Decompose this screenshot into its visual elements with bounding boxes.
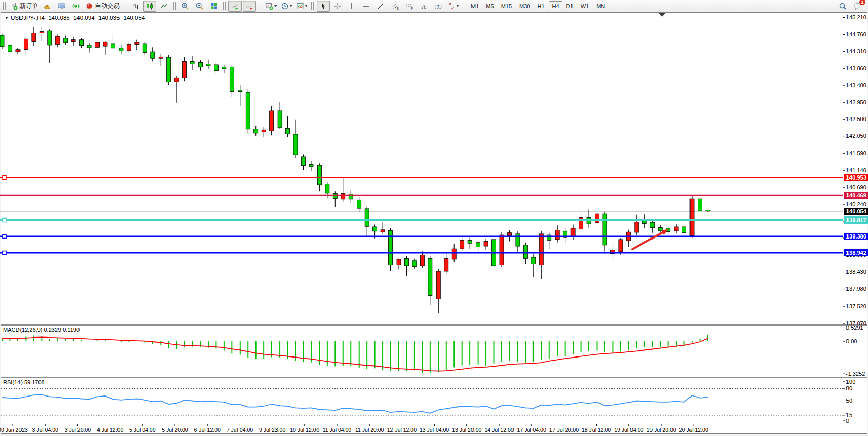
- equidistant-channel-icon: E: [391, 2, 399, 10]
- collapse-arrow-icon[interactable]: ▼: [5, 16, 9, 21]
- svg-text:E: E: [397, 6, 399, 10]
- candle: [254, 129, 258, 133]
- new-order-button[interactable]: 新订单: [8, 1, 40, 12]
- candle: [103, 42, 107, 46]
- timeframe-MN-button[interactable]: MN: [593, 1, 608, 11]
- dropdown-arrow-icon[interactable]: ▾: [305, 4, 307, 8]
- time-axis-label: 17 Jul 20:00: [549, 427, 579, 433]
- bar-chart-button[interactable]: [129, 1, 142, 12]
- candle: [40, 32, 44, 33]
- cursor-button[interactable]: [317, 1, 330, 12]
- price-tick-label: 142.050: [846, 133, 866, 140]
- crosshair-button[interactable]: [331, 1, 344, 12]
- ohlc-low: 140.035: [98, 15, 120, 21]
- rsi-tick-label: 80: [846, 385, 852, 392]
- text-label-button[interactable]: T: [431, 1, 445, 12]
- timeframe-M1-button[interactable]: M1: [468, 1, 482, 11]
- dropdown-arrow-icon[interactable]: ▾: [274, 4, 277, 8]
- zoom-out-button[interactable]: [193, 1, 206, 12]
- time-axis-label: 11 Jul 20:00: [355, 427, 384, 433]
- tile-windows-button[interactable]: [207, 1, 221, 12]
- candle: [349, 194, 353, 199]
- tile-windows-icon: [210, 2, 218, 10]
- arrows-button[interactable]: ▾: [446, 1, 460, 12]
- search-button[interactable]: [836, 1, 850, 12]
- time-axis-label: 19 Jul 20:00: [646, 427, 676, 433]
- candle: [682, 227, 686, 233]
- candle: [270, 111, 274, 131]
- price-tick-label: 143.400: [846, 82, 866, 89]
- new-chart-button[interactable]: ▾: [264, 1, 278, 12]
- notifications-button[interactable]: 1: [851, 1, 864, 12]
- macd-tick-label: 0.00: [846, 338, 857, 345]
- timeframe-W1-button[interactable]: W1: [578, 1, 593, 11]
- fibonacci-button[interactable]: F: [403, 1, 416, 12]
- candle: [571, 228, 575, 236]
- timeframe-M15-button[interactable]: M15: [498, 1, 515, 11]
- timeframe-D1-button[interactable]: D1: [563, 1, 577, 11]
- candle: [24, 39, 28, 49]
- candle: [317, 165, 321, 185]
- candle: [428, 258, 432, 295]
- time-axis-label: 7 Jul 04:00: [227, 427, 253, 433]
- auto-scroll-button[interactable]: [228, 1, 242, 12]
- chart-shift-button[interactable]: [243, 1, 256, 12]
- candle: [64, 38, 68, 43]
- candle: [87, 45, 91, 48]
- time-axis-label: 18 Jul 12:00: [582, 427, 611, 433]
- candle: [698, 199, 702, 211]
- ohlc-open: 140.085: [48, 15, 70, 21]
- equidistant-channel-button[interactable]: E: [388, 1, 402, 12]
- price-line-label-138.942: 138.942: [844, 249, 868, 256]
- time-axis-label: 14 Jul 12:00: [484, 427, 514, 433]
- vertical-line-icon: [348, 2, 356, 10]
- candle: [159, 57, 163, 58]
- price-tick-label: 144.310: [846, 48, 866, 55]
- time-axis-label: 10 Jul 12:00: [290, 427, 319, 433]
- text-label-icon: T: [434, 2, 442, 10]
- time-axis-label: 13 Jul 20:00: [452, 427, 481, 433]
- horizontal-line-button[interactable]: [360, 1, 373, 12]
- candlestick-button[interactable]: [143, 1, 156, 12]
- vertical-line-button[interactable]: [345, 1, 359, 12]
- trendline-button[interactable]: [374, 1, 387, 12]
- cursor-icon: [319, 2, 327, 10]
- candle: [16, 50, 20, 52]
- terminal-icon: [57, 2, 66, 10]
- candle: [167, 57, 171, 82]
- macd-indicator-label: MACD(12,26,9) 0.2329 0.1190: [3, 327, 80, 333]
- time-axis-label: 13 Jul 04:00: [420, 427, 449, 433]
- timeframe-H4-button[interactable]: H4: [549, 1, 562, 11]
- candle: [32, 33, 36, 42]
- candle: [531, 257, 536, 264]
- candle: [119, 48, 123, 51]
- timeframe-M30-button[interactable]: M30: [516, 1, 533, 11]
- dropdown-arrow-icon[interactable]: ▾: [290, 4, 292, 8]
- signal-button[interactable]: [69, 1, 83, 12]
- crosshair-icon: [333, 2, 342, 10]
- candle: [444, 258, 448, 271]
- dropdown-arrow-icon[interactable]: ▾: [457, 4, 459, 8]
- candle: [293, 134, 298, 155]
- candle: [484, 242, 488, 247]
- toolbar-grip: [124, 2, 126, 10]
- line-chart-button[interactable]: [157, 1, 171, 12]
- time-axis-label: 5 Jul 04:00: [129, 427, 155, 433]
- candle: [80, 40, 84, 46]
- text-button[interactable]: A: [417, 1, 430, 12]
- period-button[interactable]: ▾: [279, 1, 293, 12]
- chart-canvas[interactable]: [0, 12, 868, 436]
- market-watch-gold-button[interactable]: [41, 1, 54, 12]
- zoom-in-button[interactable]: [179, 1, 192, 12]
- templates-button[interactable]: ▾: [294, 1, 309, 12]
- bar-chart-icon: [131, 2, 140, 10]
- candle: [8, 45, 12, 52]
- timeframe-H1-button[interactable]: H1: [534, 1, 547, 11]
- time-axis-label: 11 Jul 04:00: [323, 427, 351, 433]
- price-tick-label: 142.500: [846, 116, 866, 123]
- terminal-button[interactable]: [55, 1, 68, 12]
- auto-trading-button[interactable]: 自动交易: [84, 1, 121, 12]
- price-tick-label: 137.520: [846, 303, 866, 310]
- candle: [436, 271, 440, 299]
- timeframe-M5-button[interactable]: M5: [483, 1, 497, 11]
